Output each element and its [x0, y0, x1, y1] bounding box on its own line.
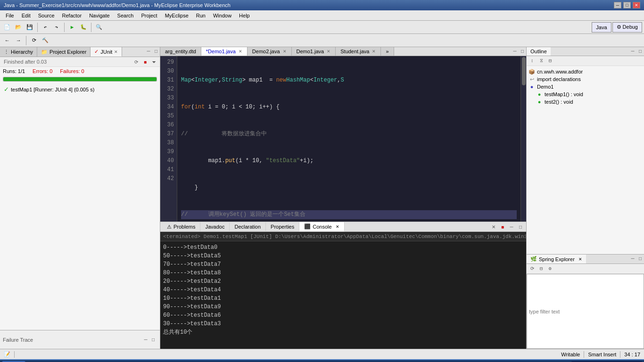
demo1-modified-close[interactable]: ✕	[239, 49, 242, 54]
tab-hierarchy[interactable]: ⋮ Hierarchy	[0, 47, 37, 57]
editor-area[interactable]: 2930313233 3435363738 39404142 Map<Integ…	[160, 56, 526, 222]
left-panel-minimize[interactable]: ─	[145, 47, 152, 55]
package-icon: 📦	[528, 68, 535, 75]
outline-maximize[interactable]: □	[636, 47, 644, 55]
save-button[interactable]: 💾	[25, 22, 35, 33]
student-close[interactable]: ✕	[372, 49, 376, 54]
menu-myeclipse[interactable]: MyEclipse	[161, 12, 192, 19]
tab-student[interactable]: Student.java ✕	[336, 47, 381, 56]
tab-console[interactable]: ⬛ Console ✕	[299, 222, 344, 231]
editor-scrollbar[interactable]	[520, 56, 526, 222]
menu-edit[interactable]: Edit	[18, 12, 34, 19]
run-button[interactable]: ▶	[67, 22, 77, 33]
junit-stop-btn[interactable]: ■	[141, 58, 149, 66]
outline-minimize[interactable]: ─	[629, 47, 636, 55]
console-line-6: 40----->testData4	[163, 286, 523, 294]
menu-refactor[interactable]: Refactor	[58, 12, 86, 19]
menu-help[interactable]: Help	[235, 12, 254, 19]
outline-item-class[interactable]: ● Demo1	[528, 83, 642, 90]
tab-problems[interactable]: ⚠ Problems	[162, 222, 200, 231]
editor-maximize[interactable]: □	[519, 47, 526, 55]
left-panel-maximize[interactable]: □	[152, 47, 160, 55]
failures-stat: Failures: 0	[60, 68, 84, 74]
sep3	[91, 23, 91, 32]
title-bar: Java - Summer_Exercise1/src/cn/wwh/www/a…	[0, 0, 644, 10]
spring-refresh-btn[interactable]: ⟳	[528, 265, 536, 272]
failure-trace-label: Failure Trace	[3, 337, 33, 343]
menu-window[interactable]: Window	[209, 12, 235, 19]
outline-item-package[interactable]: 📦 cn.wwh.www.addfor	[528, 68, 642, 75]
tab-properties[interactable]: Properties	[266, 222, 299, 231]
junit-refresh-btn[interactable]: ⟳	[132, 58, 140, 66]
junit-tab-close[interactable]: ✕	[114, 49, 118, 54]
tab-junit[interactable]: ✓ JUnit ✕	[91, 47, 122, 57]
tab-outline[interactable]: Outline	[527, 47, 551, 56]
spring-maximize[interactable]: □	[636, 255, 644, 262]
console-stop-btn[interactable]: ■	[499, 223, 506, 230]
console-maximize[interactable]: □	[517, 223, 524, 230]
spring-filter-input[interactable]	[527, 274, 644, 349]
menu-navigate[interactable]: Navigate	[85, 12, 113, 19]
tab-declaration[interactable]: Declaration	[230, 222, 266, 231]
forward-button[interactable]: →	[13, 35, 24, 46]
tab-spring-explorer[interactable]: 🌿 Spring Explorer ✕	[527, 255, 586, 263]
spring-collapse-btn[interactable]: ⊟	[537, 265, 545, 272]
list-item[interactable]: ✓ testMap1 [Runner: JUnit 4] (0.005 s)	[2, 85, 158, 94]
tab-demo1-modified[interactable]: *Demo1.java ✕	[201, 47, 248, 56]
demo2-close[interactable]: ✕	[283, 49, 287, 54]
spring-explorer-close[interactable]: ✕	[578, 257, 582, 262]
tab-project-explorer[interactable]: 📁 Project Explorer	[37, 47, 91, 57]
menu-search[interactable]: Search	[114, 12, 138, 19]
spring-config-btn[interactable]: ⚙	[546, 265, 554, 272]
tab-more[interactable]: »	[381, 47, 394, 56]
tab-demo1[interactable]: Demo1.java ✕	[292, 47, 336, 56]
junit-history-btn[interactable]: ⏷	[150, 58, 158, 66]
build-button[interactable]: 🔨	[40, 35, 50, 46]
debug-perspective-btn[interactable]: ⚙ Debug	[612, 22, 642, 33]
back-button[interactable]: ←	[2, 35, 12, 46]
left-panel-tabs: ⋮ Hierarchy 📁 Project Explorer ✓ JUnit ✕…	[0, 47, 160, 57]
tab-demo2[interactable]: Demo2.java ✕	[248, 47, 292, 56]
search-button[interactable]: 🔍	[94, 22, 104, 33]
outline-collapse-btn[interactable]: ⊟	[546, 57, 554, 65]
failure-trace-minimize[interactable]: ─	[142, 336, 149, 344]
debug-button[interactable]: 🐛	[78, 22, 89, 33]
title-bar-controls: ─ □ ✕	[614, 2, 640, 8]
outline-filter-btn[interactable]: ⧖	[537, 57, 545, 65]
console-clear-btn[interactable]: ✕	[490, 223, 497, 230]
method1-icon: ●	[536, 91, 543, 98]
outline-item-imports[interactable]: ↩ import declarations	[528, 75, 642, 83]
menu-project[interactable]: Project	[137, 12, 161, 19]
open-button[interactable]: 📂	[13, 22, 24, 33]
console-minimize[interactable]: ─	[508, 223, 515, 230]
demo1-close[interactable]: ✕	[327, 49, 330, 54]
spring-minimize[interactable]: ─	[629, 255, 636, 262]
undo-button[interactable]: ↶	[40, 22, 50, 33]
code-content[interactable]: Map<Integer,String> map1 = new HashMap<I…	[177, 56, 520, 222]
minimize-button[interactable]: ─	[614, 2, 621, 8]
insert-mode-status: Smart Insert	[588, 352, 616, 357]
outline-tabs: Outline ─ □	[527, 47, 644, 56]
new-button[interactable]: 📄	[2, 22, 12, 33]
outline-item-method1[interactable]: ● testMap1() : void	[528, 90, 642, 98]
menu-source[interactable]: Source	[34, 12, 58, 19]
menu-bar: File Edit Source Refactor Navigate Searc…	[0, 10, 644, 21]
outline-item-method2[interactable]: ● test2() : void	[528, 98, 642, 106]
code-line-29: Map<Integer,String> map1 = new HashMap<I…	[181, 76, 517, 85]
failure-trace-maximize[interactable]: □	[149, 336, 157, 344]
scroll-thumb[interactable]	[522, 57, 526, 85]
tab-dtd[interactable]: arg_entity.dtd	[160, 47, 201, 56]
import-icon: ↩	[528, 76, 535, 82]
editor-minimize[interactable]: ─	[511, 47, 519, 55]
menu-run[interactable]: Run	[192, 12, 209, 19]
redo-button[interactable]: ↷	[51, 22, 62, 33]
refresh-button[interactable]: ⟳	[29, 35, 39, 46]
outline-toolbar: ↕ ⧖ ⊟	[527, 56, 644, 66]
menu-file[interactable]: File	[2, 12, 18, 19]
close-button[interactable]: ✕	[633, 2, 640, 8]
java-perspective-btn[interactable]: Java	[592, 22, 611, 33]
console-close[interactable]: ✕	[336, 224, 339, 229]
outline-sort-btn[interactable]: ↕	[528, 57, 536, 65]
maximize-button[interactable]: □	[623, 2, 631, 8]
tab-javadoc[interactable]: Javadoc	[200, 222, 230, 231]
